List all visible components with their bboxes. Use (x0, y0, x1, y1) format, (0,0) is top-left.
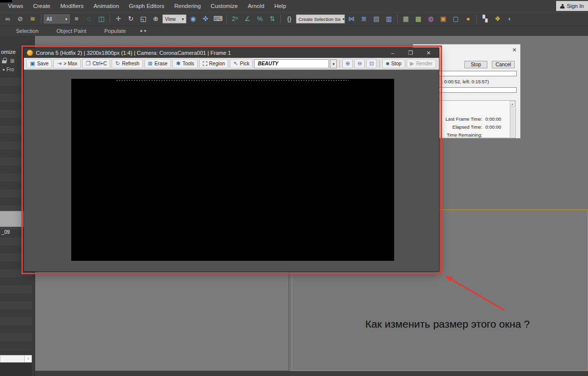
schematic-view-icon[interactable]: ▩ (413, 13, 424, 24)
copy-button[interactable]: ❐ Ctrl+C (82, 59, 111, 68)
chevron-down-icon: ▾ (65, 17, 67, 21)
region-button[interactable]: Region (199, 59, 229, 68)
render-elements-icon[interactable]: ❖ (492, 13, 503, 24)
render-pass-dropdown[interactable]: BEAUTY (254, 59, 329, 68)
environment-icon[interactable]: ◐ (504, 13, 516, 24)
spinner-snap-icon[interactable]: ⇅ (267, 13, 278, 24)
erase-icon: ⊠ (148, 61, 152, 66)
render-image[interactable] (71, 79, 394, 261)
mirror-icon[interactable]: ⋈ (346, 13, 357, 24)
tab-populate[interactable]: Populate (95, 28, 135, 34)
annotation-question: Как изменить размер этого окна ? (365, 318, 530, 330)
cancel-button[interactable]: Cancel (492, 61, 515, 68)
render-setup-icon[interactable]: ▣ (438, 13, 449, 24)
send-to-max-label: > Max (63, 61, 77, 66)
copy-label: Ctrl+C (93, 61, 107, 66)
rectangular-selection-icon[interactable]: ◌ (83, 13, 95, 24)
maximize-button[interactable]: ❒ (403, 48, 418, 58)
toolbar-separator (339, 60, 340, 68)
pick-label: Pick (240, 61, 250, 66)
save-button[interactable]: ▣ Save (26, 59, 52, 68)
material-editor-icon[interactable]: ◍ (425, 13, 437, 24)
scene-explorer-icon[interactable]: ▥ (383, 13, 395, 24)
erase-button[interactable]: ⊠ Erase (145, 59, 171, 68)
menu-help[interactable]: Help (269, 0, 291, 12)
vertical-scrollbar[interactable]: ▴ (510, 101, 515, 137)
close-button[interactable]: ✕ (421, 48, 436, 58)
close-icon[interactable]: ✕ (512, 47, 517, 53)
percent-snap-icon[interactable]: % (254, 13, 266, 24)
refresh-button[interactable]: ↻ Refresh (112, 59, 143, 68)
zoom-in-button[interactable]: ⊕ (342, 59, 353, 68)
toolbar-separator (41, 14, 41, 23)
sign-in-button[interactable]: Sign In (556, 1, 588, 11)
named-selection-sets-icon[interactable]: {} (284, 13, 295, 24)
select-and-place-icon[interactable]: ⊕ (150, 13, 161, 24)
stat-label: Time Remaining: (447, 132, 482, 138)
select-by-name-icon[interactable]: ≡ (71, 13, 82, 24)
snaps-toggle-icon[interactable]: 2⁵ (229, 13, 241, 24)
selection-filter-dropdown[interactable]: All ▾ (44, 14, 70, 23)
select-and-move-icon[interactable]: ✛ (113, 13, 124, 24)
tab-selection[interactable]: Selection (7, 28, 47, 34)
menu-rendering[interactable]: Rendering (169, 0, 206, 12)
select-and-scale-icon[interactable]: ◱ (138, 13, 149, 24)
scroll-up-icon[interactable]: ▴ (510, 101, 515, 106)
pick-button[interactable]: ↖ Pick (230, 59, 253, 68)
viewport-bottom-edge (0, 371, 588, 376)
vfb-stop-button[interactable]: ■ Stop (382, 59, 405, 68)
minimize-button[interactable]: – (385, 48, 400, 58)
stop-button[interactable]: Stop (464, 61, 487, 68)
menu-modifiers[interactable]: Modifiers (55, 0, 89, 12)
zoom-fit-button[interactable]: ⊡ (366, 59, 377, 68)
menu-create[interactable]: Create (28, 0, 55, 12)
toolbar-separator (379, 60, 380, 68)
menu-views[interactable]: Views (3, 0, 28, 12)
zoom-in-icon: ⊕ (345, 61, 350, 66)
angle-snap-icon[interactable]: ∠ (242, 13, 253, 24)
lock-icon[interactable] (2, 58, 6, 63)
curve-editor-icon[interactable]: ▦ (400, 13, 412, 24)
named-selection-set-dropdown[interactable]: Create Selection Se ▾ (296, 14, 345, 23)
select-and-rotate-icon[interactable]: ↻ (125, 13, 137, 24)
send-to-max-button[interactable]: ⇥ > Max (53, 59, 81, 68)
coord-system-dropdown[interactable]: View ▾ (162, 14, 186, 23)
menu-customize[interactable]: Customize (206, 0, 243, 12)
zoom-out-button[interactable]: ⊖ (354, 59, 365, 68)
layer-manager-icon[interactable]: ▤ (371, 13, 382, 24)
keyboard-override-icon[interactable]: ⌨ (212, 13, 224, 24)
vfb-render-button[interactable]: ▶ Render (407, 59, 436, 68)
coord-system-value: View (165, 16, 176, 22)
save-label: Save (37, 61, 48, 66)
bind-to-spacewarp-icon[interactable]: ≋ (27, 13, 38, 24)
grid-icon[interactable]: ▦ (10, 58, 14, 63)
rendered-frame-window-icon[interactable]: ▢ (450, 13, 461, 24)
window-crossing-icon[interactable]: ◫ (96, 13, 107, 24)
region-icon (203, 61, 207, 66)
horizontal-scrollbar[interactable]: › (0, 355, 32, 363)
render-label: Render (416, 61, 433, 66)
top-bar: Views Create Modifiers Animation Graph E… (0, 0, 588, 36)
menu-arnold[interactable]: Arnold (243, 0, 269, 12)
align-icon[interactable]: ≣ (358, 13, 370, 24)
select-and-link-icon[interactable]: ∞ (2, 13, 13, 24)
tab-object-paint[interactable]: Object Paint (47, 28, 95, 34)
tools-label: Tools (182, 61, 194, 66)
stat-value: 0:00:00 (485, 124, 504, 130)
scroll-right-icon[interactable]: › (24, 356, 31, 362)
unlink-selection-icon[interactable]: ⊘ (14, 13, 26, 24)
render-pass-arrow-button[interactable]: ▼ (330, 59, 337, 68)
corona-titlebar[interactable]: Corona 5 (Hotfix 2) | 3200x1800px (1:4) … (24, 48, 439, 58)
use-center-icon[interactable]: ◉ (187, 13, 199, 24)
menu-animation[interactable]: Animation (89, 0, 124, 12)
tools-button[interactable]: ✱ Tools (172, 59, 198, 68)
select-and-manipulate-icon[interactable]: ✜ (200, 13, 211, 24)
corona-window-title: Corona 5 (Hotfix 2) | 3200x1800px (1:4) … (36, 50, 382, 56)
menu-bar: Views Create Modifiers Animation Graph E… (0, 0, 588, 12)
ribbon-more-dropdown[interactable]: ● ▾ (140, 28, 147, 33)
menu-graph-editors[interactable]: Graph Editors (124, 0, 169, 12)
chevron-down-icon: ▾ (144, 28, 147, 33)
render-production-icon[interactable]: ● (462, 13, 474, 24)
vfb-canvas (24, 70, 439, 271)
state-sets-icon[interactable]: ▚ (479, 13, 491, 24)
